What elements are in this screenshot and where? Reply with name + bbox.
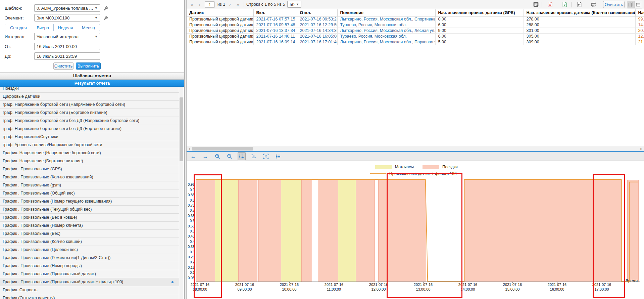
report-list-item[interactable]: График . Произвольные (Вес) [0, 230, 179, 238]
interval-select[interactable]: Указанный интервал ▼ [34, 33, 100, 40]
clear-report-button[interactable]: Очистить [603, 1, 625, 8]
scrollbar-thumb[interactable] [192, 147, 253, 151]
line-legend-swatch [370, 173, 386, 174]
to-date-input[interactable] [34, 52, 100, 60]
report-list-item[interactable]: Цифровые датчики [0, 93, 179, 101]
report-list-item[interactable]: График . Произвольные (Произвольный датч… [0, 278, 179, 286]
element-settings-wrench-icon[interactable] [102, 14, 109, 22]
table-cell-extra: 99. [635, 16, 644, 22]
zoom-out-icon[interactable] [226, 152, 234, 160]
table-cell-on: 2021-07-16 14:40:11 [253, 34, 297, 39]
report-list-item-label: График. Скорость [3, 288, 38, 292]
table-row[interactable]: Произвольный цифровой датчик2021-07-16 1… [187, 39, 644, 45]
report-list-item[interactable]: График. Напряжение (Напряжение бортовой … [0, 149, 179, 157]
chart-forward-icon[interactable]: → [201, 152, 209, 160]
column-header[interactable]: Положение [337, 9, 435, 16]
svg-text:x: x [564, 3, 565, 7]
scrollbar-thumb[interactable] [180, 97, 183, 161]
report-list-item[interactable]: График . Произвольные (Общий вес) [0, 189, 179, 198]
chart-legend-icon[interactable] [274, 152, 282, 160]
table-horizontal-scrollbar[interactable]: ◂ ▸ [187, 146, 644, 151]
prev-page-button[interactable]: ‹ [199, 0, 200, 9]
report-list-item[interactable]: График (Отгрузка клиенту) [0, 294, 179, 299]
report-list-item[interactable]: граф. Напряжение бортовой сети без ДЗ (Н… [0, 117, 179, 125]
export-pdf-icon[interactable]: A [546, 1, 554, 8]
table-cell-location: Лыткарино, Россия, Московская обл., Лесн… [337, 28, 435, 34]
page-number-input[interactable] [205, 1, 215, 8]
report-list-scrollbar[interactable] [179, 87, 183, 299]
element-select[interactable]: Зил М001ХС190 ▼ [34, 14, 100, 22]
report-list-item[interactable]: граф. Напряжение бортовой сети (Напряжен… [0, 101, 179, 109]
svg-text:x: x [253, 154, 254, 157]
zoom-in-icon[interactable] [213, 152, 221, 160]
report-list-item[interactable]: График . Произвольные (Номер породы) [0, 262, 179, 270]
export-excel-icon[interactable]: x [561, 1, 568, 8]
report-list-item[interactable]: График . Произвольные (Произвольный датч… [0, 270, 179, 278]
panel-splitter[interactable] [184, 0, 187, 299]
template-select[interactable]: 0. ADM_Уровень топлива + з... ▼ [34, 4, 100, 12]
table-cell-sensor: Произвольный цифровой датчик [187, 28, 253, 34]
report-icon[interactable] [532, 1, 540, 8]
column-header[interactable]: Вкл. [253, 9, 297, 16]
table-cell-extra: 12. [635, 34, 644, 39]
report-list-item[interactable]: График . Произвольные (Вес в ковше) [0, 214, 179, 222]
fit-screen-icon[interactable] [262, 152, 270, 160]
report-list-item[interactable]: граф. Уровень топлива/Напряжение бортово… [0, 141, 179, 149]
week-button[interactable]: Неделя [54, 24, 77, 31]
table-row[interactable]: Произвольный цифровой датчик2021-07-16 1… [187, 28, 644, 34]
report-list-item[interactable]: График . Произвольные (Кол-во ковшей) [0, 238, 179, 246]
report-list-item[interactable]: График . Произвольные (GPS) [0, 165, 179, 173]
result-header[interactable]: Результат отчета [0, 80, 184, 87]
column-header[interactable]: Нач [635, 9, 644, 16]
templates-header[interactable]: Шаблоны отчетов [0, 72, 184, 80]
clear-form-button[interactable]: Очистить [53, 62, 73, 70]
template-settings-wrench-icon[interactable] [102, 5, 109, 12]
report-list-item[interactable]: граф. Напряжение/Спутники [0, 133, 179, 141]
column-header[interactable]: Нач. значение произв. датчика (GPS) [435, 9, 524, 16]
table-header-row: ДатчикВкл.Откл.ПоложениеНач. значение пр… [187, 9, 644, 16]
last-page-button[interactable]: » [237, 0, 239, 9]
next-page-button[interactable]: › [229, 0, 231, 9]
today-button[interactable]: Сегодня [5, 24, 32, 31]
table-row[interactable]: Произвольный цифровой датчик2021-07-16 0… [187, 22, 644, 28]
scroll-right-arrow[interactable]: ▸ [639, 146, 643, 151]
interval-select-value: Указанный интервал [37, 34, 79, 39]
page-size-value: 50 [290, 2, 294, 7]
report-list-item-label: граф. Напряжение бортовой сети (Бортовое… [3, 110, 107, 115]
from-date-input[interactable] [34, 43, 100, 50]
report-list-item[interactable]: График . Произвольные (Режим вз-ия(1-Дин… [0, 254, 179, 262]
report-list-item[interactable]: граф. Напряжение бортовой сети (Бортовое… [0, 109, 179, 117]
map-view-icon[interactable] [627, 1, 635, 8]
chart-back-icon[interactable]: ← [189, 152, 197, 160]
scroll-left-arrow[interactable]: ◂ [187, 146, 191, 151]
report-list-item[interactable]: График. Напряжение (Бортовое питание) [0, 157, 179, 165]
report-list-item[interactable]: График . Произвольные (gsm) [0, 181, 179, 189]
page-size-select[interactable]: 50 ▼ [287, 1, 301, 8]
first-page-button[interactable]: « [191, 0, 193, 9]
column-header[interactable]: Датчик [187, 9, 253, 16]
report-list-item[interactable]: График . Произвольные (Кол-во взвешивани… [0, 173, 179, 181]
report-list-item[interactable]: граф. Напряжение бортовой сети без ДЗ (Б… [0, 125, 179, 133]
column-header[interactable]: Нач. значение произв. датчика (Кол-во вз… [524, 9, 635, 16]
table-row[interactable]: Произвольный цифровой датчик2021-07-16 1… [187, 34, 644, 39]
table-row[interactable]: Произвольный цифровой датчик2021-07-16 0… [187, 16, 644, 22]
table-cell-sensor: Произвольный цифровой датчик [187, 16, 253, 22]
chart-toolbar: ← → x [187, 151, 644, 161]
report-list-item[interactable]: Поездки [0, 87, 179, 93]
report-list-item[interactable]: График . Произвольные (Номер текущего вз… [0, 198, 179, 206]
report-list-item[interactable]: График . Произвольные (Целевой вес) [0, 246, 179, 254]
yesterday-button[interactable]: Вчера [32, 24, 54, 31]
export-file-icon[interactable] [576, 1, 583, 8]
report-list-item[interactable]: График . Произвольные (Текущий общий вес… [0, 206, 179, 214]
month-button[interactable]: Месяц [77, 24, 100, 31]
x-axis-zoom-icon[interactable]: x [250, 152, 258, 160]
marquee-zoom-icon[interactable] [238, 152, 246, 160]
chart-area[interactable] [187, 161, 644, 299]
report-list-item[interactable]: График. Скорость [0, 286, 179, 294]
split-view-icon[interactable] [635, 1, 642, 8]
column-header[interactable]: Откл. [297, 9, 337, 16]
report-list-item[interactable]: График . Произвольные (Номер клиента) [0, 222, 179, 230]
run-report-button[interactable]: Выполнить [76, 62, 101, 70]
table-cell-weighings: 309.00 [524, 39, 635, 45]
print-icon[interactable] [590, 1, 597, 8]
